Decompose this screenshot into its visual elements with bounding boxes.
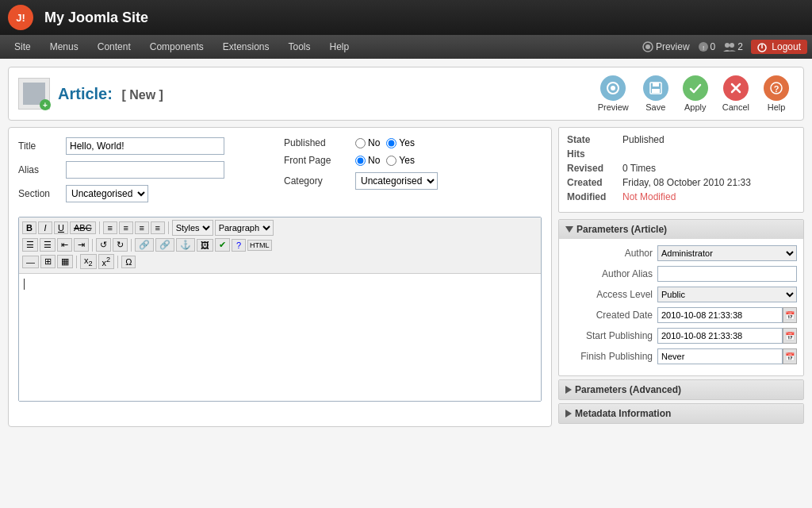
svg-rect-14 xyxy=(652,89,660,93)
params-advanced-header[interactable]: Parameters (Advanced) xyxy=(559,380,803,399)
nav-site[interactable]: Site xyxy=(5,35,40,59)
logout-button[interactable]: Logout xyxy=(751,40,807,54)
ordered-list-button[interactable]: ☰ xyxy=(40,238,56,252)
bold-button[interactable]: B xyxy=(22,221,36,234)
alias-label: Alias xyxy=(18,164,66,175)
svg-text:?: ? xyxy=(774,84,779,94)
svg-point-6 xyxy=(725,43,730,48)
category-select[interactable]: Uncategorised xyxy=(355,172,438,190)
params-article-toggle-icon xyxy=(565,226,573,233)
created-date-row: Created Date 📅 xyxy=(565,307,797,323)
editor-content[interactable] xyxy=(19,274,541,401)
underline-button[interactable]: U xyxy=(54,221,68,234)
published-yes-radio[interactable] xyxy=(386,138,396,148)
access-label: Access Level xyxy=(565,289,653,300)
finish-pub-calendar-button[interactable]: 📅 xyxy=(783,348,797,364)
section-select[interactable]: Uncategorised xyxy=(66,185,148,202)
paragraph-select[interactable]: Paragraph xyxy=(215,220,274,236)
created-date-input[interactable] xyxy=(657,307,783,323)
cancel-button[interactable]: Cancel xyxy=(718,74,754,114)
table-button[interactable]: ⊞ xyxy=(40,255,56,268)
hr-button[interactable]: — xyxy=(22,256,39,268)
frontpage-yes-radio[interactable] xyxy=(386,156,396,166)
metadata-header[interactable]: Metadata Information xyxy=(559,404,803,423)
editor-area: B I U ABC ≡ ≡ ≡ ≡ Styles xyxy=(18,217,542,402)
created-date-wrap: 📅 xyxy=(657,307,797,323)
frontpage-no-option[interactable]: No xyxy=(355,155,380,166)
nav-preview[interactable]: Preview xyxy=(642,41,690,52)
right-panel: State Published Hits Revised 0 Times Cre… xyxy=(558,127,804,427)
access-select[interactable]: Public xyxy=(657,287,797,302)
author-label: Author xyxy=(565,248,653,259)
undo-button[interactable]: ↺ xyxy=(96,238,111,252)
subscript-button[interactable]: x2 xyxy=(80,254,97,269)
nav-extensions[interactable]: Extensions xyxy=(213,35,279,59)
redo-button[interactable]: ↻ xyxy=(113,238,128,252)
published-no-radio[interactable] xyxy=(355,138,366,148)
published-no-option[interactable]: No xyxy=(355,137,380,148)
nav-components[interactable]: Components xyxy=(140,35,213,59)
italic-button[interactable]: I xyxy=(38,221,52,234)
check-button[interactable]: ✔ xyxy=(215,238,230,252)
image-button[interactable]: 🖼 xyxy=(197,239,213,252)
created-date-calendar-button[interactable]: 📅 xyxy=(783,307,797,323)
anchor-button[interactable]: ⚓ xyxy=(176,238,195,252)
apply-button[interactable]: Apply xyxy=(678,74,713,114)
outdent-button[interactable]: ⇤ xyxy=(57,238,72,252)
frontpage-row: Front Page No Yes xyxy=(284,155,542,166)
help-button[interactable]: ? Help xyxy=(759,74,794,114)
frontpage-yes-option[interactable]: Yes xyxy=(386,155,415,166)
omega-button[interactable]: Ω xyxy=(121,256,136,268)
author-alias-input[interactable] xyxy=(657,266,797,282)
start-pub-calendar-button[interactable]: 📅 xyxy=(783,328,797,344)
editor-row-3: — ⊞ ▦ x2 x2 Ω xyxy=(22,254,538,269)
title-input[interactable] xyxy=(66,137,224,155)
state-row: State Published xyxy=(567,134,795,145)
svg-point-7 xyxy=(730,43,734,48)
svg-text:!: ! xyxy=(702,44,703,52)
preview-button[interactable]: Preview xyxy=(593,74,634,114)
strikethrough-button[interactable]: ABC xyxy=(70,221,96,234)
form-left-fields: Title Alias Section Uncategorised xyxy=(18,137,276,209)
published-options: No Yes xyxy=(355,137,415,148)
align-justify-button[interactable]: ≡ xyxy=(151,221,165,234)
unlink-button[interactable]: 🔗 xyxy=(155,238,174,252)
author-select[interactable]: Administrator xyxy=(657,245,797,261)
title-row: Title xyxy=(18,137,276,155)
start-pub-input[interactable] xyxy=(657,328,783,344)
nav-help[interactable]: Help xyxy=(320,35,359,59)
published-yes-option[interactable]: Yes xyxy=(386,137,415,148)
indent-button[interactable]: ⇥ xyxy=(74,238,89,252)
superscript-button[interactable]: x2 xyxy=(98,254,115,269)
metadata-panel: Metadata Information xyxy=(558,403,804,424)
unordered-list-button[interactable]: ☰ xyxy=(22,238,38,252)
nav-alerts[interactable]: ! 0 xyxy=(698,41,716,52)
editor-sep-6 xyxy=(117,256,118,268)
save-button[interactable]: Save xyxy=(638,74,673,114)
grid-button[interactable]: ▦ xyxy=(57,255,73,268)
align-left-button[interactable]: ≡ xyxy=(103,221,117,234)
revised-row: Revised 0 Times xyxy=(567,163,795,174)
alias-input[interactable] xyxy=(66,161,224,179)
section-label: Section xyxy=(18,188,66,199)
styles-select[interactable]: Styles xyxy=(172,220,213,236)
finish-pub-input[interactable] xyxy=(657,348,783,364)
nav-tools[interactable]: Tools xyxy=(279,35,320,59)
frontpage-options: No Yes xyxy=(355,155,415,166)
frontpage-no-radio[interactable] xyxy=(355,156,366,166)
html-button[interactable]: HTML xyxy=(247,240,272,251)
revised-key: Revised xyxy=(567,163,622,174)
editor-toolbar: B I U ABC ≡ ≡ ≡ ≡ Styles xyxy=(19,217,541,274)
align-right-button[interactable]: ≡ xyxy=(135,221,149,234)
nav-users[interactable]: 2 xyxy=(723,41,743,52)
params-article-header[interactable]: Parameters (Article) xyxy=(559,220,803,239)
question-button[interactable]: ? xyxy=(232,239,246,252)
nav-menus[interactable]: Menus xyxy=(40,35,88,59)
site-title: My Joomla Site xyxy=(44,10,148,26)
align-center-button[interactable]: ≡ xyxy=(119,221,133,234)
alias-row: Alias xyxy=(18,161,276,179)
link-button[interactable]: 🔗 xyxy=(135,238,154,252)
access-row: Access Level Public xyxy=(565,287,797,302)
nav-content[interactable]: Content xyxy=(88,35,140,59)
svg-point-11 xyxy=(611,86,615,90)
